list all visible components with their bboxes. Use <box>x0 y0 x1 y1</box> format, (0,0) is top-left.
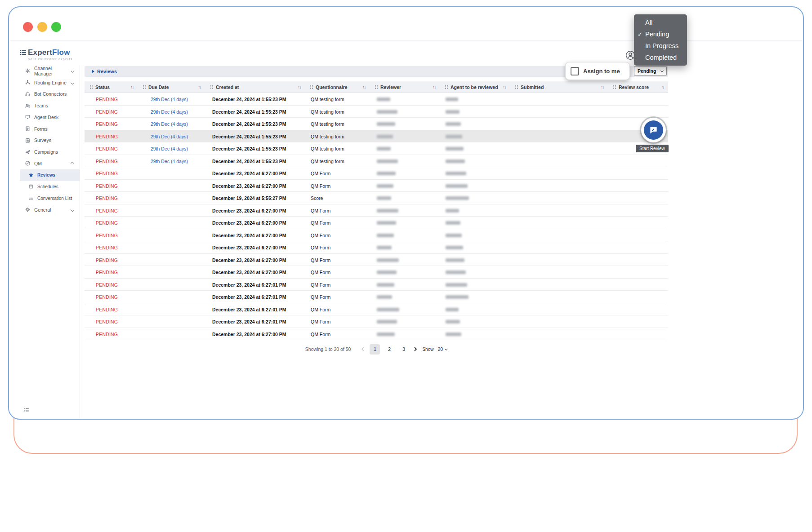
sort-icon[interactable]: ↑↓ <box>503 85 506 89</box>
menu-item-all[interactable]: All <box>634 17 687 28</box>
sidebar-item-channel-manager[interactable]: Channel Manager <box>20 65 80 77</box>
minimize-window-button[interactable] <box>37 22 47 32</box>
sort-icon[interactable]: ↑↓ <box>433 85 436 89</box>
due-date-link[interactable]: 29th Dec (4 days) <box>151 159 188 164</box>
page-button-2[interactable]: 2 <box>384 344 394 355</box>
sidebar-item-general[interactable]: General <box>20 204 80 216</box>
table-row[interactable]: PENDINGDecember 23, 2024 at 6:27:00 PMQM… <box>85 204 668 217</box>
due-date-link[interactable]: 29th Dec (4 days) <box>151 134 188 139</box>
sidebar-item-label: Forms <box>34 126 48 132</box>
column-header-status[interactable]: Status ↑↓ <box>85 81 138 93</box>
sidebar-item-schedules[interactable]: Schedules <box>20 181 80 193</box>
cell-status: PENDING <box>85 144 138 152</box>
sidebar-item-bot-connectors[interactable]: Bot Connectors <box>20 89 80 100</box>
table-row[interactable]: PENDING29th Dec (4 days)December 24, 202… <box>85 142 668 155</box>
prev-page-icon[interactable] <box>360 346 366 352</box>
sort-icon[interactable]: ↑↓ <box>298 85 301 89</box>
column-header-questionnaire[interactable]: Questionnaire ↑↓ <box>305 81 370 93</box>
table-row[interactable]: PENDINGDecember 23, 2024 at 6:27:00 PMQM… <box>85 254 668 266</box>
sidebar-item-teams[interactable]: Teams <box>20 100 80 111</box>
column-label: Due Date <box>148 84 169 90</box>
status-filter-select[interactable]: Pending <box>634 66 667 76</box>
cell-created-at: December 24, 2024 at 1:55:23 PM <box>205 144 305 152</box>
sidebar-item-reviews[interactable]: Reviews <box>20 169 80 181</box>
page-size-select[interactable]: 20 <box>437 346 447 352</box>
status-badge: PENDING <box>96 319 118 324</box>
cell-due-date: 29th Dec (4 days) <box>138 107 205 115</box>
due-date-link[interactable]: 29th Dec (4 days) <box>151 146 188 151</box>
column-header-submitted[interactable]: Submitted ↑↓ <box>510 81 608 93</box>
table-row[interactable]: PENDINGDecember 19, 2024 at 5:55:27 PMSc… <box>85 192 668 204</box>
sidebar-item-campaigns[interactable]: Campaigns <box>20 146 80 158</box>
table-row[interactable]: PENDING29th Dec (4 days)December 24, 202… <box>85 106 668 118</box>
menu-item-in-progress[interactable]: In Progress <box>634 40 687 52</box>
table-row[interactable]: PENDINGDecember 23, 2024 at 6:27:01 PMQM… <box>85 279 668 291</box>
due-date-link[interactable]: 29th Dec (4 days) <box>151 97 188 102</box>
table-row[interactable]: PENDINGDecember 23, 2024 at 6:27:00 PMQM… <box>85 217 668 229</box>
menu-item-pending[interactable]: ✓ Pending <box>634 28 687 40</box>
table-row[interactable]: PENDINGDecember 23, 2024 at 6:27:00 PMQM… <box>85 241 668 254</box>
drag-handle-icon[interactable] <box>310 84 313 89</box>
table-row[interactable]: PENDINGDecember 23, 2024 at 6:27:00 PMQM… <box>85 266 668 279</box>
table-row[interactable]: PENDINGDecember 23, 2024 at 6:27:00 PMQM… <box>85 229 668 242</box>
column-header-created-at[interactable]: Created at ↑↓ <box>205 81 305 93</box>
table-row[interactable]: PENDINGDecember 23, 2024 at 6:27:01 PMQM… <box>85 291 668 303</box>
table-row[interactable]: PENDINGDecember 23, 2024 at 6:27:01 PMQM… <box>85 303 668 316</box>
redacted-reviewer <box>377 283 394 287</box>
table-row[interactable]: PENDINGDecember 23, 2024 at 6:27:00 PMQM… <box>85 180 668 192</box>
due-date-link[interactable]: 29th Dec (4 days) <box>151 121 188 127</box>
sidebar-item-forms[interactable]: Forms <box>20 123 80 135</box>
sort-icon[interactable]: ↑↓ <box>601 85 604 89</box>
table-row[interactable]: PENDING29th Dec (4 days)December 24, 202… <box>85 93 668 106</box>
maximize-window-button[interactable] <box>51 22 61 32</box>
cell-status: PENDING <box>85 206 138 214</box>
due-date-link[interactable]: 29th Dec (4 days) <box>151 109 188 115</box>
start-review-button[interactable] <box>641 118 666 142</box>
cell-questionnaire: QM testing form <box>305 144 370 152</box>
table-row[interactable]: PENDINGDecember 23, 2024 at 6:27:00 PMQM… <box>85 167 668 180</box>
menu-item-completed[interactable]: Completed <box>634 52 687 63</box>
sidebar-item-label: Surveys <box>34 137 51 143</box>
page-button-1[interactable]: 1 <box>370 344 380 355</box>
table-row[interactable]: PENDING29th Dec (4 days)December 24, 202… <box>85 118 668 130</box>
close-window-button[interactable] <box>23 22 33 32</box>
cell-questionnaire: QM testing form <box>305 120 370 128</box>
page: ExpertFlow your callcenter experts Chann… <box>0 0 812 532</box>
sort-icon[interactable]: ↑↓ <box>363 85 366 89</box>
status-badge: PENDING <box>96 195 118 201</box>
assign-to-me-checkbox[interactable] <box>571 67 579 75</box>
sidebar-item-qm[interactable]: QM <box>20 158 80 169</box>
sidebar-item-conversation-list[interactable]: Conversation List <box>20 192 80 204</box>
sidebar-item-agent-desk[interactable]: Agent Desk <box>20 111 80 123</box>
column-header-reviewer[interactable]: Reviewer ↑↓ <box>370 81 440 93</box>
column-header-review-score[interactable]: Review score ↑↓ <box>608 81 668 93</box>
table-row[interactable]: PENDINGDecember 23, 2024 at 6:27:01 PMQM… <box>85 315 668 328</box>
sort-icon[interactable]: ↑↓ <box>198 85 201 89</box>
sort-icon[interactable]: ↑↓ <box>131 85 134 89</box>
cell-created-at: December 23, 2024 at 6:27:01 PM <box>205 317 305 325</box>
redacted-agent <box>446 221 460 225</box>
drag-handle-icon[interactable] <box>89 84 93 89</box>
cell-questionnaire: QM testing form <box>305 132 370 140</box>
drag-handle-icon[interactable] <box>375 84 378 89</box>
sidebar-item-routing-engine[interactable]: Routing Engine <box>20 77 80 89</box>
page-button-3[interactable]: 3 <box>398 344 409 355</box>
drag-handle-icon[interactable] <box>445 84 448 89</box>
breadcrumb[interactable]: Reviews <box>92 69 117 74</box>
table-row[interactable]: PENDINGDecember 23, 2024 at 6:27:00 PMQM… <box>85 328 668 341</box>
drag-handle-icon[interactable] <box>613 84 616 89</box>
sort-icon[interactable]: ↑↓ <box>661 85 665 89</box>
table-row[interactable]: PENDING29th Dec (4 days)December 24, 202… <box>85 155 668 168</box>
table-row[interactable]: PENDING29th Dec (4 days)December 24, 202… <box>85 130 668 143</box>
sidebar-collapse-icon[interactable] <box>23 407 30 415</box>
drag-handle-icon[interactable] <box>515 84 518 89</box>
sidebar-item-surveys[interactable]: Surveys <box>20 135 80 146</box>
redacted-agent <box>446 258 464 262</box>
drag-handle-icon[interactable] <box>143 84 146 89</box>
cell-reviewer <box>370 317 440 325</box>
drag-handle-icon[interactable] <box>210 84 214 89</box>
column-header-due-date[interactable]: Due Date ↑↓ <box>138 81 205 93</box>
redacted-reviewer <box>377 270 397 274</box>
column-header-agent[interactable]: Agent to be reviewed ↑↓ <box>440 81 510 93</box>
next-page-icon[interactable] <box>413 346 418 352</box>
